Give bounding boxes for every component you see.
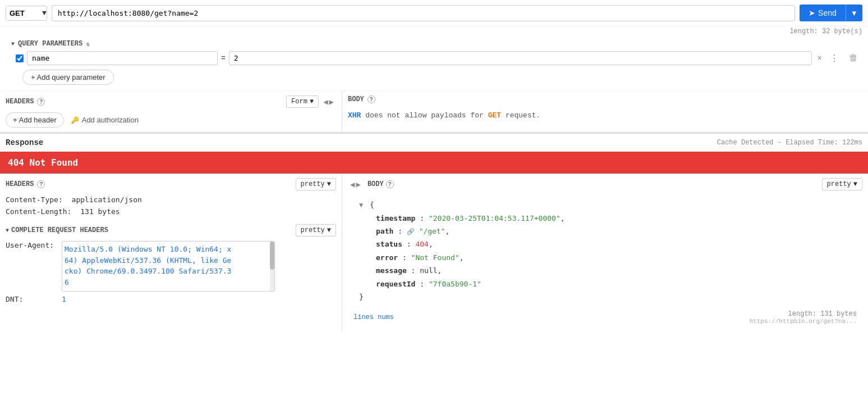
query-caret-icon: ▼ [11, 41, 15, 47]
resp-headers-panel: HEADERS ? pretty ▼ Content-Type: applica… [0, 174, 342, 331]
elapsed-time: Cache Detected - Elapsed Time: 122ms [717, 139, 862, 147]
resp-body-label: BODY [368, 180, 384, 188]
headers-body-row: HEADERS ? Form ▼ ◀ ▶ + Add header [0, 90, 868, 132]
url-input[interactable]: http://localhost:8080/get?name=2 [52, 5, 795, 21]
get-text: GET [488, 111, 501, 120]
json-close-brace: } [359, 290, 851, 303]
resp-header-content-length: Content-Length: 131 bytes [6, 206, 336, 217]
send-button[interactable]: ➤ Send [800, 4, 846, 21]
nav-left-icon[interactable]: ◀ [323, 97, 328, 107]
form-dropdown[interactable]: Form ▼ [286, 95, 319, 108]
complete-pretty-dropdown[interactable]: pretty ▼ [296, 224, 336, 236]
resp-body-pretty-arrow: ▼ [853, 180, 857, 188]
body-panel: BODY ? XHR does not allow payloads for G… [342, 91, 868, 132]
json-open-brace: ▼ { [359, 198, 851, 212]
lines-nums-link[interactable]: lines nums [353, 313, 394, 321]
json-message-row: message : null, [359, 264, 851, 277]
add-query-button[interactable]: + Add query parameter [22, 70, 114, 85]
complete-req-title[interactable]: ▼ COMPLETE REQUEST HEADERS [6, 226, 108, 234]
body-help-icon[interactable]: ? [368, 95, 375, 103]
body-label: BODY [348, 95, 364, 103]
json-body: ▼ { timestamp : "2020-03-25T01:04:53.117… [348, 194, 862, 308]
json-collapse-icon[interactable]: ▼ [359, 201, 363, 209]
nav-arrows: ◀ ▶ [321, 97, 336, 107]
resp-headers-label: HEADERS [6, 180, 34, 188]
headers-label: HEADERS [6, 98, 34, 106]
user-agent-label: User-Agent: [6, 241, 62, 292]
headers-help-icon[interactable]: ? [37, 98, 45, 106]
status-bar: 404 Not Found [0, 152, 868, 174]
json-timestamp-row: timestamp : "2020-03-25T01:04:53.117+000… [359, 212, 851, 225]
headers-toolbar: + Add header 🔑 Add authorization [6, 112, 336, 128]
eq-sign: = [221, 54, 226, 62]
key-icon: 🔑 [71, 116, 79, 124]
resp-url-hint: https://httpbin.org/get?na... [750, 318, 857, 325]
scrollbar[interactable] [270, 242, 274, 291]
add-header-button[interactable]: + Add header [6, 112, 64, 128]
response-title: Response [6, 138, 43, 147]
method-group[interactable]: GET POST PUT DELETE ▼ [6, 6, 47, 21]
pretty-dropdown-arrow: ▼ [327, 180, 331, 188]
query-param-key[interactable] [27, 51, 218, 65]
dnt-label: DNT: [6, 295, 62, 303]
json-status-row: status : 404, [359, 238, 851, 251]
json-requestid-row: requestId : "7f0a5b90-1" [359, 277, 851, 290]
query-delete-icon[interactable]: 🗑 [844, 52, 862, 65]
complete-caret-icon: ▼ [6, 228, 9, 234]
query-param-row: = × ⋮ 🗑 [11, 48, 862, 67]
response-panels: HEADERS ? pretty ▼ Content-Type: applica… [0, 174, 868, 331]
send-group: ➤ Send ▼ [800, 4, 862, 21]
scrollbar-thumb [270, 242, 274, 270]
query-clear-icon[interactable]: × [815, 53, 824, 64]
query-params-title[interactable]: ▼ QUERY PARAMETERS ⇅ [11, 40, 862, 48]
query-params-section: ▼ QUERY PARAMETERS ⇅ = × ⋮ 🗑 + Add query… [0, 37, 868, 90]
user-agent-scrollbox[interactable]: Mozilla/5.0 (Windows NT 10.0; Win64; x 6… [62, 241, 275, 292]
json-path-row: path : 🔗 "/get", [359, 225, 851, 238]
send-dropdown-button[interactable]: ▼ [846, 4, 862, 21]
user-agent-value: Mozilla/5.0 (Windows NT 10.0; Win64; x 6… [65, 244, 272, 288]
headers-panel: HEADERS ? Form ▼ ◀ ▶ + Add header [0, 91, 342, 132]
resp-body-help-icon[interactable]: ? [386, 180, 394, 188]
resp-body-panel: ◀ ▶ BODY ? pretty ▼ ▼ { timestamp : "2 [342, 174, 868, 331]
dnt-row: DNT: 1 [6, 295, 336, 303]
external-link-icon[interactable]: 🔗 [407, 228, 415, 235]
form-dropdown-arrow: ▼ [310, 98, 314, 106]
resp-nav-right-icon[interactable]: ▶ [356, 180, 360, 189]
sort-icon: ⇅ [86, 40, 90, 48]
resp-headers-pretty-dropdown[interactable]: pretty ▼ [296, 178, 336, 190]
query-more-icon[interactable]: ⋮ [828, 52, 841, 65]
complete-pretty-arrow: ▼ [327, 226, 331, 234]
resp-body-pretty-dropdown[interactable]: pretty ▼ [822, 178, 862, 190]
nav-right-icon[interactable]: ▶ [329, 97, 334, 107]
resp-header-content-type: Content-Type: application/json [6, 194, 336, 206]
json-error-row: error : "Not Found", [359, 251, 851, 264]
query-param-value[interactable] [229, 51, 812, 65]
add-auth-button[interactable]: 🔑 Add authorization [66, 113, 143, 127]
query-param-checkbox[interactable] [16, 54, 24, 62]
xhr-text: XHR [348, 111, 361, 120]
method-select[interactable]: GET POST PUT DELETE [6, 6, 42, 20]
resp-nav-left-icon[interactable]: ◀ [350, 180, 355, 189]
method-dropdown-arrow[interactable]: ▼ [42, 9, 47, 17]
url-length: length: 32 byte(s) [0, 26, 868, 37]
resp-length: length: 131 bytes [788, 310, 857, 318]
response-section: Response Cache Detected - Elapsed Time: … [0, 133, 868, 331]
resp-footer: lines nums length: 131 bytes https://htt… [348, 308, 862, 327]
response-header: Response Cache Detected - Elapsed Time: … [0, 134, 868, 152]
user-agent-row: User-Agent: Mozilla/5.0 (Windows NT 10.0… [6, 241, 336, 292]
complete-req-headers: ▼ COMPLETE REQUEST HEADERS pretty ▼ User… [6, 224, 336, 303]
resp-headers-help-icon[interactable]: ? [37, 180, 45, 188]
dnt-value: 1 [62, 295, 66, 303]
body-message: XHR does not allow payloads for GET requ… [348, 107, 862, 124]
